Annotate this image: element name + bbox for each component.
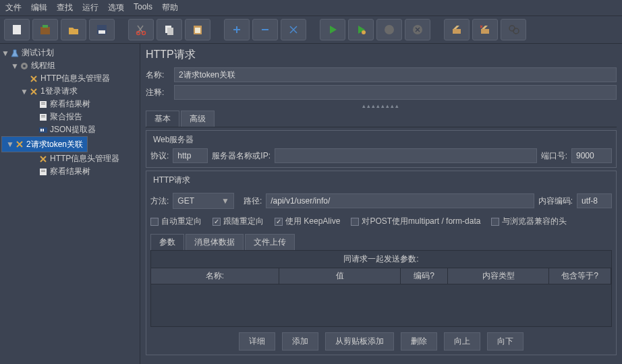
menu-file[interactable]: 文件 — [5, 2, 22, 13]
tree-label: 1登录请求 — [40, 86, 78, 97]
svg-rect-28 — [43, 129, 44, 131]
collapse-button[interactable] — [252, 19, 278, 40]
svg-rect-21 — [41, 102, 45, 103]
svg-rect-0 — [13, 25, 21, 34]
clear-button[interactable] — [444, 19, 470, 40]
svg-rect-2 — [43, 25, 48, 28]
tab-body[interactable]: 消息体数据 — [186, 234, 244, 250]
tree-item[interactable]: ▼2请求token关联 — [1, 136, 88, 152]
tree-item[interactable]: HTTP信息头管理器 — [1, 152, 138, 165]
method-label: 方法: — [150, 195, 169, 207]
port-input[interactable] — [571, 148, 612, 163]
new-button[interactable] — [4, 19, 30, 40]
tree-item[interactable]: ▼1登录请求 — [1, 85, 138, 98]
col-ctype: 内容类型 — [448, 268, 549, 284]
web-server-legend: Web服务器 — [150, 134, 196, 146]
protocol-input[interactable] — [173, 148, 208, 163]
name-label: 名称: — [146, 69, 170, 81]
up-button[interactable]: 向上 — [444, 332, 480, 351]
tree-item[interactable]: 聚合报告 — [1, 111, 138, 123]
menu-tools[interactable]: Tools — [134, 2, 152, 13]
tree-item[interactable]: 察看结果树 — [1, 165, 138, 178]
path-label: 路径: — [244, 195, 262, 207]
svg-point-19 — [23, 65, 26, 67]
down-button[interactable]: 向下 — [487, 332, 524, 351]
stop-button[interactable] — [376, 19, 402, 40]
multipart-checkbox[interactable]: 对POST使用multipart / form-data — [351, 216, 480, 227]
tree-label: 聚合报告 — [50, 111, 82, 123]
comment-label: 注释: — [146, 87, 170, 98]
shutdown-button[interactable] — [405, 19, 430, 40]
param-body[interactable] — [151, 284, 611, 326]
tree-twisty[interactable]: ▼ — [1, 49, 8, 58]
start-no-pause-button[interactable] — [348, 19, 374, 40]
xx-icon — [38, 154, 48, 164]
xx-icon — [15, 140, 24, 149]
expand-button[interactable] — [224, 19, 250, 40]
copy-button[interactable] — [157, 19, 182, 40]
auto-redirect-checkbox[interactable]: 自动重定向 — [150, 216, 202, 227]
keepalive-checkbox[interactable]: 使用 KeepAlive — [275, 216, 340, 227]
svg-rect-10 — [195, 28, 200, 33]
xx-icon — [29, 74, 38, 84]
col-encode: 编码? — [401, 268, 448, 284]
split-handle[interactable]: ▴▴▴▴▴▴▴▴ — [146, 102, 617, 109]
paste-button[interactable] — [185, 19, 210, 40]
method-select[interactable]: GET▼ — [173, 193, 234, 209]
menu-search[interactable]: 查找 — [57, 2, 73, 13]
clear-all-button[interactable] — [472, 19, 498, 40]
add-button[interactable]: 添加 — [282, 332, 318, 351]
menu-run[interactable]: 运行 — [82, 2, 98, 13]
save-button[interactable] — [89, 19, 115, 40]
svg-rect-27 — [40, 129, 42, 131]
http-legend: HTTP请求 — [150, 175, 193, 186]
tree-label: 测试计划 — [22, 47, 54, 59]
delete-button[interactable]: 删除 — [401, 332, 437, 351]
comment-input[interactable] — [174, 85, 617, 100]
tree-twisty[interactable]: ▼ — [11, 61, 18, 71]
tree-twisty[interactable]: ▼ — [6, 140, 13, 149]
path-input[interactable] — [266, 193, 534, 208]
browser-compat-checkbox[interactable]: 与浏览器兼容的头 — [491, 216, 567, 227]
param-tabs: 参数 消息体数据 文件上传 — [150, 234, 612, 250]
detail-button[interactable]: 详细 — [239, 332, 275, 351]
content-panel: HTTP请求 名称: 注释: ▴▴▴▴▴▴▴▴ 基本 高级 Web服务器 协议:… — [140, 44, 622, 364]
encoding-input[interactable] — [577, 193, 612, 208]
protocol-label: 协议: — [150, 150, 169, 162]
xx-icon — [29, 87, 38, 96]
tree-item[interactable]: ▼测试计划 — [1, 47, 138, 59]
host-label: 服务器名称或IP: — [212, 150, 271, 162]
test-plan-tree[interactable]: ▼测试计划▼线程组HTTP信息头管理器▼1登录请求察看结果树聚合报告JSON提取… — [0, 44, 140, 364]
open-button[interactable] — [61, 19, 86, 40]
menu-help[interactable]: 帮助 — [162, 2, 178, 13]
tree-item[interactable]: 察看结果树 — [1, 98, 138, 111]
tree-item[interactable]: ▼线程组 — [1, 59, 138, 72]
host-input[interactable] — [275, 148, 537, 163]
follow-redirect-checkbox[interactable]: 跟随重定向 — [213, 216, 264, 227]
toggle-button[interactable] — [281, 19, 306, 40]
cut-button[interactable] — [128, 19, 154, 40]
tree-label: HTTP信息头管理器 — [50, 153, 119, 164]
tab-advanced[interactable]: 高级 — [181, 111, 215, 127]
search-button[interactable] — [501, 19, 526, 40]
doc-icon — [38, 113, 48, 122]
menu-edit[interactable]: 编辑 — [31, 2, 47, 13]
svg-point-11 — [362, 30, 366, 34]
name-input[interactable] — [174, 67, 617, 82]
svg-rect-8 — [167, 28, 173, 35]
panel-title: HTTP请求 — [146, 48, 617, 62]
paste-button[interactable]: 从剪贴板添加 — [325, 332, 394, 351]
start-button[interactable] — [320, 19, 345, 40]
menu-options[interactable]: 选项 — [108, 2, 124, 13]
templates-button[interactable] — [32, 19, 58, 40]
config-tabs: 基本 高级 — [146, 111, 617, 127]
tab-params[interactable]: 参数 — [150, 234, 184, 250]
tree-item[interactable]: JSON提取器 — [1, 123, 138, 136]
svg-point-6 — [142, 32, 146, 35]
tree-item[interactable]: HTTP信息头管理器 — [1, 72, 138, 85]
tree-twisty[interactable]: ▼ — [20, 87, 27, 96]
tab-upload[interactable]: 文件上传 — [245, 234, 295, 250]
tab-basic[interactable]: 基本 — [146, 111, 179, 127]
doc-icon — [38, 100, 48, 109]
svg-rect-22 — [41, 104, 45, 104]
